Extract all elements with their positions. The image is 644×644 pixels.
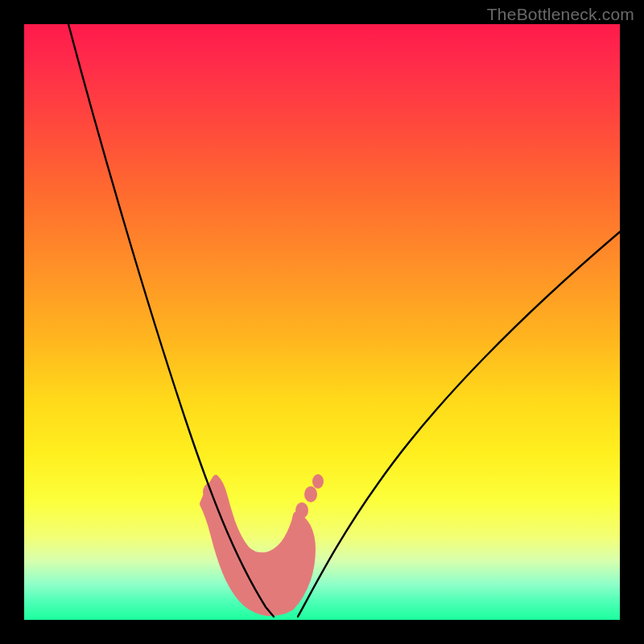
watermark-text: TheBottleneck.com (487, 5, 634, 24)
blob-lobe-right-2 (304, 486, 317, 502)
blob-lobe-right-1 (295, 502, 308, 518)
chart-frame: TheBottleneck.com (0, 0, 644, 644)
right-curve (298, 232, 620, 617)
plot-area (24, 24, 620, 620)
curves-svg (24, 24, 620, 620)
left-curve (68, 24, 274, 617)
blob-lobe-right-3 (312, 474, 324, 489)
